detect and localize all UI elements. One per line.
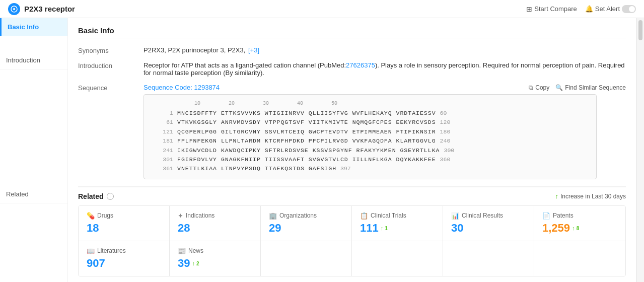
page-title: P2X3 receptor	[24, 5, 75, 13]
stat-empty-1	[261, 241, 352, 276]
drugs-icon: 💊	[87, 212, 95, 220]
sequence-box: 10 20 30 40 50 1MNCISDFFTY ETTKSVVVKS WT…	[144, 94, 597, 179]
find-similar-icon: 🔍	[555, 84, 563, 91]
introduction-value: Receptor for ATP that acts as a ligand-g…	[144, 61, 626, 77]
stat-news[interactable]: 📰 News 39 ↑ 2	[170, 241, 261, 276]
scroll-handle[interactable]	[638, 20, 642, 40]
seq-line-2: 61VTKVKGSGLY ANRVMDVSDY VTPPQGTSVF VIITK…	[152, 118, 588, 127]
stat-clinical-trials[interactable]: 📋 Clinical Trials 111 ↑ 1	[352, 206, 443, 241]
stats-row-1: 💊 Drugs 18 ✦ Indications 28	[79, 206, 625, 241]
organizations-icon: 🏢	[269, 212, 277, 220]
literatures-value: 907	[87, 257, 161, 270]
toggle-knob	[629, 6, 635, 12]
sequence-value: Sequence Code: 1293874 ⧉ Copy 🔍 Find Sim…	[144, 84, 626, 179]
header-right: ⊞ Start Compare 🔔 Set Alert	[526, 5, 636, 13]
copy-button[interactable]: ⧉ Copy	[529, 84, 549, 91]
organizations-value: 29	[269, 222, 343, 235]
sidebar-item-introduction[interactable]: Introduction	[0, 51, 67, 69]
stats-wrapper: 💊 Drugs 18 ✦ Indications 28	[78, 205, 626, 276]
organizations-label: Organizations	[279, 212, 317, 219]
stat-drugs[interactable]: 💊 Drugs 18	[79, 206, 170, 241]
seq-line-4: 181FPLFNFEKGN LLPNLTARDM KTCRFHPDKD PFCP…	[152, 136, 588, 146]
patents-icon: 📄	[542, 212, 550, 220]
set-alert-button[interactable]: 🔔 Set Alert	[585, 5, 636, 13]
indications-icon: ✦	[178, 212, 183, 220]
patents-value: 1,259 ↑ 8	[542, 222, 617, 235]
sidebar: Basic Info Introduction Related	[0, 18, 68, 282]
clinical-trials-value: 111 ↑ 1	[360, 222, 435, 235]
sidebar-item-basic-info[interactable]: Basic Info	[0, 18, 67, 36]
find-similar-button[interactable]: 🔍 Find Similar Sequence	[555, 84, 626, 91]
sequence-header: Sequence Code: 1293874 ⧉ Copy 🔍 Find Sim…	[144, 84, 626, 91]
stat-empty-3	[443, 241, 534, 276]
stat-clinical-results[interactable]: 📊 Clinical Results 30	[443, 206, 534, 241]
clinical-results-value: 30	[451, 222, 526, 235]
increase-label: ↑ Increase in Last 30 days	[555, 192, 626, 200]
bell-icon: 🔔	[585, 5, 593, 13]
drugs-label: Drugs	[97, 212, 113, 219]
seq-line-7: 361VNETTLKIAA LTNPVYPSDQ TTAEKQSTDS GAFS…	[152, 164, 588, 173]
patents-increase: ↑ 8	[572, 225, 579, 231]
seq-line-1: 1MNCISDFFTY ETTKSVVVKS WTIGIINRVV QLLIIS…	[152, 109, 588, 118]
news-label: News	[188, 247, 203, 254]
indications-value: 28	[178, 222, 252, 235]
related-info-icon[interactable]: i	[107, 193, 114, 200]
synonyms-label: Synonyms	[78, 46, 144, 54]
literatures-label: Literatures	[97, 247, 126, 254]
stat-indications[interactable]: ✦ Indications 28	[170, 206, 261, 241]
news-icon: 📰	[178, 247, 186, 255]
clinical-trials-increase: ↑ 1	[381, 225, 388, 231]
indications-label: Indications	[186, 212, 214, 219]
synonyms-value: P2RX3, P2X purinoceptor 3, P2X3, [+3]	[144, 46, 626, 54]
app-icon	[8, 3, 20, 15]
sequence-code: Sequence Code: 1293874	[144, 84, 220, 91]
sidebar-item-related[interactable]: Related	[0, 185, 67, 203]
copy-icon: ⧉	[529, 84, 533, 91]
alert-toggle[interactable]	[622, 5, 636, 13]
header-left: P2X3 receptor	[8, 3, 75, 15]
stat-literatures[interactable]: 📖 Literatures 907	[79, 241, 170, 276]
compare-icon: ⊞	[526, 5, 532, 13]
drugs-value: 18	[87, 222, 161, 235]
introduction-label: Introduction	[78, 61, 144, 69]
main-layout: Basic Info Introduction Related Basic In…	[0, 18, 644, 282]
scrollbar[interactable]	[636, 18, 644, 282]
sequence-row: Sequence Sequence Code: 1293874 ⧉ Copy 🔍…	[78, 84, 626, 179]
stat-empty-2	[352, 241, 443, 276]
basic-info-title: Basic Info	[78, 26, 626, 38]
sequence-label: Sequence	[78, 84, 144, 92]
sequence-ruler: 10 20 30 40 50	[152, 100, 588, 108]
stats-row-2: 📖 Literatures 907 📰 News 39 ↑ 2	[79, 241, 625, 276]
news-increase: ↑ 2	[192, 260, 199, 266]
seq-line-6: 301FGIRFDVLVY GNAGKFNIIP TIISSVAAFT SVGV…	[152, 155, 588, 164]
stat-empty-4	[534, 241, 625, 276]
stat-patents[interactable]: 📄 Patents 1,259 ↑ 8	[534, 206, 625, 241]
stat-organizations[interactable]: 🏢 Organizations 29	[261, 206, 352, 241]
seq-line-5: 241IKIGWVCDLD KAWDQCIPKY SFTRLRDSVSE KSS…	[152, 146, 588, 155]
related-title-row: Related i	[78, 192, 114, 200]
header: P2X3 receptor ⊞ Start Compare 🔔 Set Aler…	[0, 0, 644, 18]
news-value: 39 ↑ 2	[178, 257, 252, 270]
sequence-actions: ⧉ Copy 🔍 Find Similar Sequence	[529, 84, 626, 91]
svg-point-1	[13, 8, 15, 10]
introduction-row: Introduction Receptor for ATP that acts …	[78, 61, 626, 77]
clinical-trials-icon: 📋	[360, 212, 368, 220]
start-compare-button[interactable]: ⊞ Start Compare	[526, 5, 577, 13]
clinical-results-label: Clinical Results	[462, 212, 503, 219]
related-section-header: Related i ↑ Increase in Last 30 days	[78, 186, 626, 200]
pubmed-link[interactable]: 27626375	[346, 61, 375, 69]
synonyms-row: Synonyms P2RX3, P2X purinoceptor 3, P2X3…	[78, 46, 626, 54]
related-title: Related	[78, 192, 104, 200]
clinical-trials-label: Clinical Trials	[371, 212, 406, 219]
synonyms-more-link[interactable]: [+3]	[248, 46, 259, 54]
literatures-icon: 📖	[87, 247, 95, 255]
patents-label: Patents	[553, 212, 574, 219]
seq-line-3: 121QCGPERLPGG GILTGRCVNY SSVLRTCEIQ GWCP…	[152, 127, 588, 136]
content-area: Basic Info Synonyms P2RX3, P2X purinocep…	[68, 18, 636, 282]
arrow-up-icon: ↑	[555, 192, 558, 200]
clinical-results-icon: 📊	[451, 212, 459, 220]
